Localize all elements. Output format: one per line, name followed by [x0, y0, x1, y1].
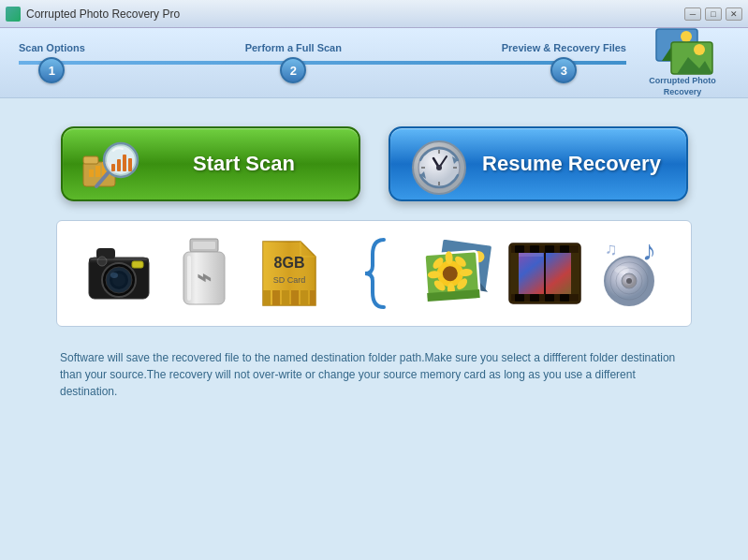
step-bar: Scan Options 1 Perform a Full Scan 2 Pre… [0, 28, 748, 98]
step-2: Perform a Full Scan 2 [245, 42, 342, 83]
svg-text:SD Card: SD Card [272, 275, 305, 285]
step-2-number: 2 [290, 64, 297, 78]
close-button[interactable]: ✕ [726, 7, 742, 21]
icons-panel: ⌁ [56, 220, 692, 327]
window-controls: ─ □ ✕ [684, 7, 742, 21]
resume-recovery-label: Resume Recovery [477, 152, 667, 176]
logo-text: Corrupted PhotoRecovery [649, 76, 716, 97]
svg-text:♫: ♫ [605, 240, 618, 258]
svg-rect-79 [530, 294, 539, 302]
step-1: Scan Options 1 [19, 42, 85, 83]
step-3-circle: 3 [550, 57, 577, 83]
camera-icon [81, 236, 156, 311]
svg-rect-7 [83, 156, 98, 164]
step-2-circle: 2 [280, 57, 306, 83]
step-1-number: 1 [49, 64, 55, 78]
film-strip-icon [507, 236, 582, 311]
logo-area: Corrupted PhotoRecovery [636, 27, 729, 97]
svg-rect-80 [545, 294, 554, 302]
svg-rect-9 [95, 166, 100, 177]
usb-drive-icon: ⌁ [167, 236, 242, 311]
svg-rect-49 [282, 290, 289, 305]
svg-rect-81 [560, 294, 569, 302]
scan-icon [81, 138, 134, 190]
resume-recovery-button[interactable]: Resume Recovery [389, 126, 688, 201]
step-3-number: 3 [561, 64, 567, 78]
svg-text:⌁: ⌁ [197, 263, 212, 291]
title-bar: Corrupted Photo Recovery Pro ─ □ ✕ [0, 0, 748, 28]
window-title: Corrupted Photo Recovery Pro [26, 7, 684, 21]
minimize-button[interactable]: ─ [684, 7, 701, 21]
svg-text:♪: ♪ [642, 240, 656, 266]
svg-rect-39 [91, 258, 147, 260]
main-content: Start Scan [0, 98, 748, 419]
svg-point-36 [110, 273, 118, 278]
sd-card-icon: 8GB SD Card [252, 236, 327, 311]
svg-point-38 [97, 257, 107, 266]
svg-point-4 [694, 44, 705, 55]
photos-icon [422, 236, 497, 311]
svg-rect-15 [123, 155, 126, 171]
step-3: Preview & Recovery Files 3 [502, 42, 626, 83]
start-scan-label: Start Scan [149, 152, 340, 176]
svg-point-88 [626, 278, 632, 284]
svg-rect-8 [89, 169, 94, 177]
svg-rect-41 [193, 242, 215, 249]
audio-icon: ♪ ♫ [593, 236, 667, 311]
svg-rect-74 [530, 245, 539, 253]
svg-rect-73 [515, 245, 524, 253]
step-1-label: Scan Options [19, 42, 85, 53]
app-icon [6, 7, 21, 22]
svg-rect-83 [519, 253, 543, 257]
svg-rect-76 [560, 245, 569, 253]
brace-separator [337, 236, 412, 311]
svg-rect-48 [272, 290, 280, 305]
start-scan-button[interactable]: Start Scan [61, 126, 360, 201]
svg-rect-13 [111, 164, 115, 171]
step-bar-inner: Scan Options 1 Perform a Full Scan 2 Pre… [19, 42, 626, 83]
step-2-label: Perform a Full Scan [245, 42, 342, 53]
svg-rect-78 [515, 294, 524, 302]
step-1-circle: 1 [38, 57, 65, 83]
resume-icon [409, 138, 462, 190]
logo-icon [654, 27, 711, 74]
svg-rect-75 [545, 245, 554, 253]
info-text: Software will save the recovered file to… [56, 349, 692, 400]
svg-rect-16 [128, 158, 132, 171]
svg-rect-47 [263, 290, 271, 305]
svg-rect-50 [291, 290, 299, 305]
buttons-row: Start Scan [56, 126, 692, 201]
svg-point-89 [614, 266, 629, 273]
svg-point-1 [681, 31, 692, 42]
step-3-label: Preview & Recovery Files [502, 42, 626, 53]
svg-rect-51 [301, 290, 308, 305]
svg-point-26 [436, 165, 442, 170]
maximize-button[interactable]: □ [705, 7, 722, 21]
svg-rect-37 [132, 261, 143, 268]
svg-text:8GB: 8GB [273, 255, 304, 271]
svg-rect-44 [187, 256, 191, 301]
svg-rect-52 [310, 290, 315, 305]
svg-rect-14 [117, 159, 121, 171]
steps-container: Scan Options 1 Perform a Full Scan 2 Pre… [19, 42, 626, 83]
